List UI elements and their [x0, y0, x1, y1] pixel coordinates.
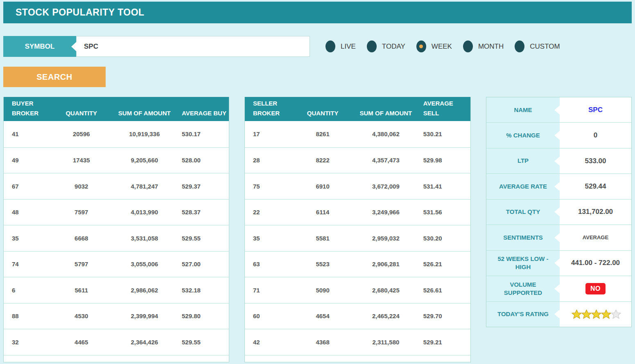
radio-button-icon	[367, 40, 377, 52]
buyer-cell: 2,364,426	[110, 339, 180, 346]
seller-cell: 35	[245, 235, 294, 242]
seller-cell: 60	[245, 312, 294, 319]
buyer-cell: 6	[4, 287, 53, 294]
timeframe-label: TODAY	[382, 43, 405, 51]
radio-button-icon	[325, 40, 335, 52]
buyer-cell: 17435	[53, 157, 110, 164]
summary-value-text: 529.44	[585, 182, 606, 191]
summary-value-text: 441.00 - 722.00	[571, 259, 620, 267]
seller-cell: 529.98	[421, 157, 470, 164]
seller-table-row: 6046542,465,224529.70	[245, 303, 470, 329]
buyer-table-row: 656112,986,062532.18	[4, 277, 229, 303]
app-header: STOCK POPULARITY TOOL	[3, 2, 632, 23]
star-filled-icon	[591, 309, 602, 320]
summary-value-text: 0	[594, 131, 597, 139]
timeframe-label: WEEK	[432, 43, 452, 51]
buyer-cell: 528.00	[179, 157, 229, 164]
summary-row-ltp: LTP533.00	[486, 148, 631, 173]
summary-value[interactable]: SPC	[560, 97, 631, 122]
seller-table-header: SELLER BROKER QUANTITY SUM OF AMOUNT AVE…	[245, 97, 470, 121]
buyer-cell: 529.80	[179, 312, 229, 319]
seller-cell: 6114	[294, 209, 351, 216]
buyer-cell: 49	[4, 157, 53, 164]
buyer-cell: 4,781,247	[110, 183, 180, 190]
seller-cell: 4,357,473	[351, 157, 421, 164]
buyer-cell: 9,205,660	[110, 157, 180, 164]
summary-row-total-qty: TOTAL QTY131,702.00	[486, 199, 631, 225]
timeframe-radio-week[interactable]: WEEK	[416, 40, 452, 52]
symbol-input-wrap	[76, 36, 310, 57]
summary-arrow-notch	[554, 310, 560, 319]
buyer-cell: 20596	[53, 130, 110, 137]
summary-value	[560, 302, 631, 327]
summary-label: TOTAL QTY	[486, 200, 560, 225]
buyer-broker-table: BUYER BROKER QUANTITY SUM OF AMOUNT AVER…	[3, 97, 229, 362]
seller-cell: 75	[245, 183, 294, 190]
seller-broker-table: SELLER BROKER QUANTITY SUM OF AMOUNT AVE…	[244, 97, 471, 362]
radio-selected-dot	[370, 45, 373, 48]
summary-arrow-notch	[554, 106, 560, 115]
buyer-cell: 41	[4, 130, 53, 137]
seller-cell: 28	[245, 157, 294, 164]
seller-cell: 4368	[294, 339, 351, 346]
symbol-input[interactable]	[77, 36, 310, 56]
seller-header-quantity: QUANTITY	[294, 108, 351, 118]
summary-row-today-s-rating: TODAY'S RATING	[486, 301, 631, 327]
search-button[interactable]: SEARCH	[3, 67, 106, 87]
buyer-table-row-partial	[4, 355, 229, 363]
buyer-cell: 532.18	[179, 287, 229, 294]
timeframe-label: MONTH	[478, 43, 504, 51]
buyer-cell: 528.37	[179, 209, 229, 216]
buyer-table-row: 3566683,531,058529.55	[4, 225, 229, 251]
timeframe-label: CUSTOM	[530, 43, 560, 51]
radio-selected-dot	[466, 45, 470, 48]
buyer-table-row: 6790324,781,247529.37	[4, 173, 229, 199]
summary-label: VOLUME SUPPORTED	[486, 276, 560, 301]
seller-cell: 531.41	[421, 183, 470, 190]
buyer-cell: 9032	[53, 183, 110, 190]
seller-cell: 42	[245, 339, 294, 346]
seller-table-row: 3555812,959,032530.20	[245, 225, 470, 251]
summary-label: NAME	[486, 97, 560, 122]
seller-cell: 2,959,032	[351, 235, 421, 242]
timeframe-radio-custom[interactable]: CUSTOM	[515, 40, 560, 52]
timeframe-radio-today[interactable]: TODAY	[367, 40, 405, 52]
buyer-cell: 74	[4, 261, 53, 267]
seller-table-row: 7569103,672,009531.41	[245, 173, 470, 199]
timeframe-radio-live[interactable]: LIVE	[325, 40, 356, 52]
radio-selected-dot	[329, 45, 332, 48]
summary-arrow-notch	[554, 233, 560, 242]
stock-name-link[interactable]: SPC	[588, 106, 603, 114]
summary-row-average-rate: AVERAGE RATE529.44	[486, 173, 631, 199]
buyer-table-row: 8845302,399,994529.80	[4, 303, 229, 329]
star-filled-icon	[571, 309, 582, 320]
seller-table-row: 1782614,380,062530.21	[245, 121, 470, 147]
summary-label: SENTIMENTS	[486, 225, 560, 250]
buyer-table-row: 412059610,919,336530.17	[4, 121, 229, 147]
buyer-cell: 529.55	[179, 235, 229, 242]
buyer-table-row: 4875974,013,990528.37	[4, 199, 229, 225]
symbol-label: SYMBOL	[3, 36, 76, 57]
buyer-table-row: 49174359,205,660528.00	[4, 147, 229, 173]
radio-button-icon	[515, 40, 524, 52]
buyer-cell: 2,399,994	[110, 312, 180, 319]
buyer-cell: 529.37	[179, 183, 229, 190]
summary-arrow-notch	[554, 258, 560, 267]
rating-stars	[571, 309, 620, 320]
seller-cell: 5523	[294, 261, 351, 267]
timeframe-radio-month[interactable]: MONTH	[463, 40, 504, 52]
buyer-cell: 35	[4, 235, 53, 242]
summary-arrow-notch	[554, 182, 560, 191]
page-title: STOCK POPULARITY TOOL	[3, 7, 145, 18]
seller-cell: 22	[245, 209, 294, 216]
stock-summary-panel: NAMESPC% CHANGE0LTP533.00AVERAGE RATE529…	[486, 97, 632, 327]
seller-cell: 526.21	[421, 261, 470, 267]
seller-cell: 526.61	[421, 287, 470, 294]
seller-cell: 531.56	[421, 209, 470, 216]
seller-cell: 530.20	[421, 235, 470, 242]
seller-cell: 17	[245, 130, 294, 137]
buyer-cell: 10,919,336	[110, 130, 180, 137]
symbol-arrow-notch	[71, 42, 77, 52]
seller-cell: 4,380,062	[351, 130, 421, 137]
summary-arrow-notch	[554, 157, 560, 166]
